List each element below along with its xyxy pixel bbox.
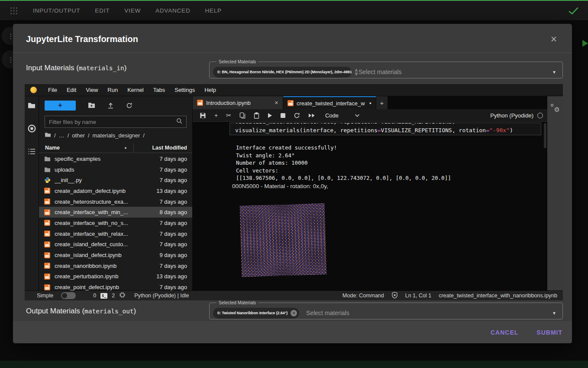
app-menu-help[interactable]: HELP bbox=[200, 5, 226, 16]
breadcrumb-segment[interactable]: other bbox=[72, 132, 85, 139]
column-name[interactable]: Name bbox=[45, 145, 60, 151]
notebook-icon bbox=[44, 263, 51, 269]
chip-delete-icon[interactable]: ✕ bbox=[291, 310, 297, 316]
tab-introduction-ipynb[interactable]: Introduction.ipynb ✕ bbox=[193, 96, 283, 109]
app-menu-advanced[interactable]: ADVANCED bbox=[151, 5, 194, 16]
terminals-count[interactable]: 0 bbox=[93, 293, 96, 299]
new-launcher-button[interactable]: + bbox=[45, 101, 76, 111]
file-row[interactable]: __init__.py7 days ago bbox=[39, 175, 192, 186]
jp-menu-file[interactable]: File bbox=[43, 87, 62, 93]
unsaved-dot-icon[interactable]: ● bbox=[369, 101, 372, 105]
notebook-icon bbox=[44, 274, 51, 280]
file-row[interactable]: create_interface_with_min_...8 days ago bbox=[39, 207, 192, 218]
file-row[interactable]: create_heterostructure_exa...7 days ago bbox=[39, 196, 192, 207]
jupyter-menus: FileEditViewRunKernelTabsSettingsHelp bbox=[43, 87, 221, 93]
jp-menu-tabs[interactable]: Tabs bbox=[149, 87, 170, 93]
file-name: create_nanoribbon.ipynb bbox=[55, 263, 156, 269]
kernels-count[interactable]: 2 bbox=[112, 293, 115, 299]
run-all-icon[interactable] bbox=[308, 113, 315, 118]
simple-mode-toggle[interactable] bbox=[61, 292, 76, 299]
input-material-chip[interactable]: 0: BN, Hexagonal Boron Nitride, HEX (P6/… bbox=[213, 67, 352, 78]
file-browser-toolbar: + bbox=[39, 100, 192, 111]
app-menu-input-output[interactable]: INPUT/OUTPUT bbox=[29, 5, 84, 16]
tab-create-twisted-interface[interactable]: create_twisted_interface_w ● bbox=[283, 96, 376, 109]
new-folder-icon[interactable] bbox=[88, 102, 95, 108]
kernel-status-text[interactable]: Python (Pyodide) | Idle bbox=[134, 293, 189, 299]
terminal-icon: $_ bbox=[100, 293, 107, 299]
app-menu-view[interactable]: VIEW bbox=[120, 5, 145, 16]
file-row[interactable]: create_interface_with_no_s...7 days ago bbox=[39, 218, 192, 228]
cursor-position[interactable]: Ln 1, Col 1 bbox=[405, 293, 431, 299]
apps-grid-icon[interactable] bbox=[9, 6, 19, 16]
select-materials-placeholder[interactable]: Select materials bbox=[359, 68, 402, 75]
current-filename: create_twisted_interface_with_nanoribbon… bbox=[439, 293, 557, 299]
select-legend: Selected Materials bbox=[216, 59, 258, 65]
notebook-scrollbar[interactable] bbox=[544, 123, 546, 148]
run-cell-icon[interactable] bbox=[268, 113, 272, 118]
jp-menu-kernel[interactable]: Kernel bbox=[123, 87, 149, 93]
breadcrumb-segment[interactable]: … bbox=[59, 132, 65, 139]
jupyterlite-transformation-dialog: JupyterLite Transformation ✕ Input Mater… bbox=[13, 24, 572, 343]
file-row[interactable]: create_island_defect_custo...7 days ago bbox=[39, 239, 192, 250]
copy-cells-icon[interactable] bbox=[239, 112, 246, 119]
upload-icon[interactable] bbox=[107, 102, 114, 109]
stop-kernel-icon[interactable] bbox=[281, 113, 285, 118]
table-of-contents-icon[interactable] bbox=[28, 148, 36, 155]
file-row[interactable]: create_point_defect.ipynb7 days ago bbox=[39, 282, 192, 290]
file-row[interactable]: create_nanoribbon.ipynb7 days ago bbox=[39, 261, 192, 271]
file-row[interactable]: create_interface_with_relax...7 days ago bbox=[39, 228, 192, 239]
column-last-modified[interactable]: Last Modified bbox=[152, 145, 187, 151]
tab-close-icon[interactable]: ✕ bbox=[275, 100, 278, 106]
running-kernels-icon[interactable] bbox=[28, 124, 36, 133]
output-material-chip[interactable]: 0: Twisted Nanoribbon Interface (2.64°) … bbox=[213, 308, 299, 319]
property-inspector-gears-icon[interactable]: ⚙ ⚙ bbox=[550, 104, 560, 114]
toggle-knob bbox=[62, 293, 67, 298]
kernel-status-icon[interactable] bbox=[537, 113, 543, 118]
file-modified: 7 days ago bbox=[159, 177, 187, 183]
kernel-name[interactable]: Python (Pyodide) bbox=[490, 112, 533, 119]
check-icon[interactable] bbox=[569, 7, 578, 16]
file-modified: 13 days ago bbox=[156, 273, 187, 280]
jp-menu-view[interactable]: View bbox=[81, 87, 103, 93]
breadcrumb-separator: / bbox=[143, 132, 145, 139]
cancel-button[interactable]: CANCEL bbox=[491, 329, 518, 336]
cell-type-select[interactable]: Code bbox=[325, 112, 339, 119]
dropdown-arrow-icon[interactable]: ▼ bbox=[552, 311, 556, 316]
save-icon[interactable] bbox=[200, 112, 206, 119]
close-icon[interactable]: ✕ bbox=[550, 34, 557, 44]
output-materials-select[interactable]: Selected Materials 0: Twisted Nanoribbon… bbox=[209, 300, 563, 319]
file-browser-icon[interactable] bbox=[28, 102, 36, 109]
new-tab-button[interactable]: + bbox=[376, 96, 388, 109]
insert-cell-icon[interactable]: + bbox=[214, 112, 218, 119]
file-row[interactable]: specific_examples7 days ago bbox=[39, 153, 192, 164]
refresh-icon[interactable] bbox=[126, 102, 132, 109]
code-editor: visualize_materials(interface, repetitio… bbox=[235, 123, 513, 135]
file-row[interactable]: create_adatom_defect.ipynb13 days ago bbox=[39, 186, 192, 196]
home-folder-icon[interactable] bbox=[45, 132, 51, 139]
file-modified: 7 days ago bbox=[159, 166, 187, 173]
file-browser-panel: + /…/other/materials_designer/ Name bbox=[39, 96, 193, 290]
cut-cells-icon[interactable]: ✂ bbox=[226, 112, 231, 119]
dropdown-arrow-icon[interactable]: ▼ bbox=[552, 70, 556, 75]
file-row[interactable]: uploads7 days ago bbox=[39, 164, 192, 175]
jp-menu-run[interactable]: Run bbox=[103, 87, 123, 93]
chevron-down-icon[interactable] bbox=[355, 114, 360, 117]
chip-delete-icon[interactable]: ✕ bbox=[355, 69, 358, 75]
jp-menu-edit[interactable]: Edit bbox=[62, 87, 81, 93]
paste-cells-icon[interactable] bbox=[254, 112, 259, 119]
file-row[interactable]: create_perturbation.ipynb13 days ago bbox=[39, 271, 192, 282]
file-name: create_heterostructure_exa... bbox=[55, 199, 156, 205]
restart-kernel-icon[interactable] bbox=[294, 112, 300, 119]
code-cell[interactable]: visualize_materials(interface, repetitio… bbox=[229, 123, 541, 135]
file-row[interactable]: create_island_defect.ipynb9 days ago bbox=[39, 250, 192, 261]
breadcrumb-segment[interactable]: materials_designer bbox=[93, 132, 140, 139]
file-modified: 8 days ago bbox=[159, 209, 187, 215]
app-menus: INPUT/OUTPUTEDITVIEWADVANCEDHELP bbox=[29, 5, 226, 16]
input-materials-select[interactable]: Selected Materials 0: BN, Hexagonal Boro… bbox=[209, 59, 563, 78]
select-materials-placeholder[interactable]: Select materials bbox=[306, 309, 349, 316]
filter-files-input[interactable] bbox=[49, 119, 176, 125]
submit-button[interactable]: SUBMIT bbox=[536, 329, 562, 336]
jp-menu-settings[interactable]: Settings bbox=[170, 87, 200, 93]
jp-menu-help[interactable]: Help bbox=[200, 87, 221, 93]
app-menu-edit[interactable]: EDIT bbox=[90, 5, 114, 16]
